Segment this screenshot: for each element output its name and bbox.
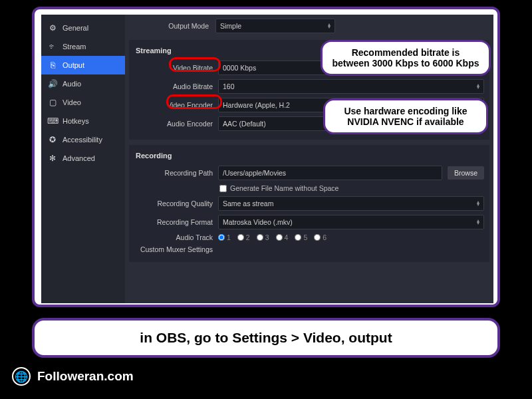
tutorial-frame: ⚙GeneralᯤStream⎘Output🔊Audio▢Video⌨Hotke… <box>32 7 500 307</box>
recording-path-input[interactable]: /Users/apple/Movies <box>218 166 442 180</box>
audio-track-3[interactable]: 3 <box>257 233 269 241</box>
audio-track-radios: 123456 <box>218 233 327 241</box>
custom-muxer-label: Custom Muxer Settings <box>134 245 213 253</box>
chevron-updown-icon: ▴▾ <box>477 201 479 206</box>
browse-button[interactable]: Browse <box>448 166 484 180</box>
sidebar-item-stream[interactable]: ᯤStream <box>41 37 125 56</box>
stream-icon: ᯤ <box>48 42 57 51</box>
sidebar-item-general[interactable]: ⚙General <box>41 19 125 37</box>
output-icon: ⎘ <box>48 61 57 70</box>
sidebar-item-hotkeys[interactable]: ⌨Hotkeys <box>41 112 125 130</box>
sidebar-item-audio[interactable]: 🔊Audio <box>41 74 125 93</box>
video-encoder-label: Video Encoder <box>134 101 213 109</box>
recording-format-label: Recording Format <box>134 218 213 226</box>
video-icon: ▢ <box>48 98 57 107</box>
chevron-updown-icon: ▴▾ <box>328 23 331 29</box>
audio-bitrate-select[interactable]: 160 ▴▾ <box>218 79 484 94</box>
checkbox-input[interactable] <box>219 185 227 192</box>
sidebar-item-video[interactable]: ▢Video <box>41 93 125 112</box>
recording-quality-label: Recording Quality <box>134 200 213 207</box>
sidebar-item-accessibility[interactable]: ✪Accessibility <box>41 130 125 149</box>
advanced-icon: ✻ <box>48 154 57 163</box>
general-icon: ⚙ <box>48 23 57 33</box>
recording-title: Recording <box>129 149 489 164</box>
settings-sidebar: ⚙GeneralᯤStream⎘Output🔊Audio▢Video⌨Hotke… <box>41 15 125 303</box>
callout-encoder: Use hardware encoding like NVIDIA NVENC … <box>323 98 488 134</box>
callout-bitrate: Recommended bitrate is between 3000 Kbps… <box>321 40 491 76</box>
sidebar-item-advanced[interactable]: ✻Advanced <box>41 149 125 168</box>
output-mode-row: Output Mode Simple ▴▾ <box>125 15 493 37</box>
audio-track-1[interactable]: 1 <box>218 233 231 241</box>
recording-quality-select[interactable]: Same as stream ▴▾ <box>218 196 484 211</box>
hotkeys-icon: ⌨ <box>48 116 57 126</box>
instruction-box: in OBS, go to Settings > Video, output <box>32 318 500 358</box>
video-bitrate-label: Video Bitrate <box>134 64 213 72</box>
audio-track-5[interactable]: 5 <box>295 233 307 241</box>
audio-track-label: Audio Track <box>134 233 213 241</box>
audio-track-2[interactable]: 2 <box>237 233 250 241</box>
audio-track-4[interactable]: 4 <box>276 233 289 241</box>
accessibility-icon: ✪ <box>48 135 57 144</box>
gen-filename-checkbox[interactable]: Generate File Name without Space <box>219 184 338 192</box>
chevron-updown-icon: ▴▾ <box>477 219 479 225</box>
recording-format-select[interactable]: Matroska Video (.mkv) ▴▾ <box>218 215 484 229</box>
globe-icon: 🌐 <box>12 367 31 386</box>
chevron-updown-icon: ▴▾ <box>477 84 479 89</box>
sidebar-item-output[interactable]: ⎘Output <box>41 56 125 74</box>
recording-section: Recording Recording Path /Users/apple/Mo… <box>129 145 489 262</box>
audio-icon: 🔊 <box>48 79 57 88</box>
recording-path-label: Recording Path <box>134 169 213 177</box>
output-mode-label: Output Mode <box>130 22 209 30</box>
brand-footer: 🌐 Followeran.com <box>12 367 134 386</box>
audio-encoder-label: Audio Encoder <box>134 120 213 128</box>
audio-track-6[interactable]: 6 <box>314 233 327 241</box>
audio-bitrate-label: Audio Bitrate <box>134 82 213 90</box>
output-mode-select[interactable]: Simple ▴▾ <box>215 19 335 33</box>
